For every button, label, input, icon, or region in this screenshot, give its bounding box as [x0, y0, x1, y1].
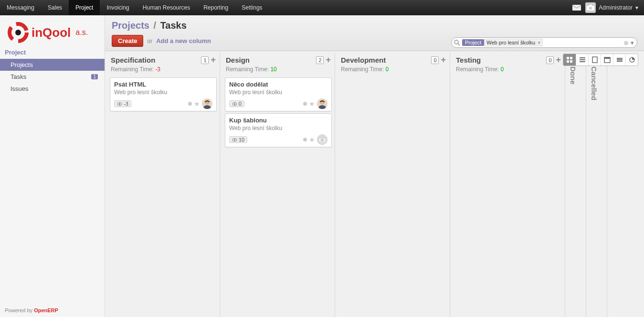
view-calendar-button[interactable] — [601, 54, 613, 66]
mail-icon[interactable] — [572, 4, 581, 11]
nav-item-messaging[interactable]: Messaging — [0, 0, 41, 15]
view-graph-button[interactable] — [625, 54, 638, 66]
card-title: Kup šablonu — [229, 117, 327, 124]
column-title: Cancelled — [590, 64, 598, 100]
main: Projects / Tasks Create or Add a new col… — [105, 15, 644, 317]
column-add-button[interactable]: + — [326, 55, 331, 65]
card-project: Web pro lesní školku — [114, 89, 212, 96]
clock-icon — [117, 101, 122, 107]
svg-rect-2 — [589, 5, 592, 6]
status-dot-icon[interactable] — [303, 102, 307, 106]
footer-brand: OpenERP — [34, 307, 58, 313]
nav-item-reporting[interactable]: Reporting — [197, 0, 235, 15]
column-subtitle: Remaining Time: 0 — [339, 66, 448, 76]
svg-point-28 — [234, 103, 235, 104]
search-options-icon[interactable]: ▾ — [631, 39, 634, 46]
svg-point-6 — [454, 40, 458, 44]
card-project: Web pro lesní školku — [229, 89, 327, 96]
time-chip[interactable]: 10 — [229, 136, 247, 143]
star-icon[interactable]: ★ — [194, 100, 200, 108]
card-title: Něco dodělat — [229, 81, 327, 88]
column-title[interactable]: Specification — [111, 56, 155, 64]
nav-item-invoicing[interactable]: Invoicing — [100, 0, 136, 15]
top-nav: MessagingSalesProjectInvoicingHuman Reso… — [0, 0, 644, 15]
column-add-button[interactable]: + — [441, 55, 446, 65]
default-avatar-icon[interactable] — [317, 134, 327, 145]
user-menu[interactable]: Administrator ▾ — [585, 2, 644, 13]
svg-rect-11 — [570, 60, 572, 63]
svg-line-7 — [458, 44, 460, 45]
kanban-column-collapsed-cancelled[interactable]: 0Cancelled — [588, 53, 607, 317]
svg-point-33 — [234, 139, 235, 140]
search-icon — [454, 39, 460, 46]
svg-rect-17 — [604, 57, 610, 59]
task-card[interactable]: Něco dodělatWeb pro lesní školku0★ — [225, 77, 332, 111]
user-avatar[interactable] — [202, 98, 212, 109]
search-clear-icon[interactable]: ⊗ — [623, 39, 629, 46]
breadcrumb-parent[interactable]: Projects — [112, 20, 149, 31]
svg-rect-10 — [567, 60, 569, 63]
svg-rect-13 — [580, 59, 585, 60]
breadcrumb-current: Tasks — [160, 20, 187, 31]
card-project: Web pro lesní školku — [229, 125, 327, 131]
view-form-button[interactable] — [588, 54, 601, 66]
breadcrumb-sep: / — [154, 20, 157, 31]
svg-rect-19 — [617, 59, 623, 60]
sidebar-item-issues[interactable]: Issues — [0, 83, 105, 95]
time-chip[interactable]: 0 — [229, 100, 244, 107]
column-title[interactable]: Testing — [456, 56, 481, 64]
kanban-column-design: Design2+Remaining Time: 10Něco dodělatWe… — [222, 53, 335, 317]
task-card[interactable]: Psát HTMLWeb pro lesní školku-3★ — [110, 77, 217, 111]
view-gantt-button[interactable] — [613, 54, 625, 66]
card-title: Psát HTML — [114, 81, 212, 88]
kanban-column-collapsed-done[interactable]: 2Done — [567, 53, 586, 317]
sidebar-section: Project — [0, 46, 105, 59]
column-count: 1 — [201, 56, 209, 64]
nav-item-project[interactable]: Project — [69, 0, 100, 15]
status-dot-icon[interactable] — [188, 102, 192, 106]
column-count: 2 — [316, 56, 324, 64]
column-title[interactable]: Design — [226, 56, 250, 64]
sidebar-item-tasks[interactable]: Tasks1 — [0, 71, 105, 83]
svg-rect-9 — [570, 57, 572, 59]
status-dot-icon[interactable] — [303, 138, 307, 142]
kanban-column-testing: Testing0+Remaining Time: 0 — [452, 53, 565, 317]
view-kanban-button[interactable] — [563, 54, 576, 66]
nav-item-sales[interactable]: Sales — [41, 0, 69, 15]
kanban-column-specification: Specification1+Remaining Time: -3Psát HT… — [107, 53, 220, 317]
nav-item-human-resources[interactable]: Human Resources — [136, 0, 197, 15]
logo[interactable]: inQool a.s. — [0, 15, 105, 46]
search-box[interactable]: Project Web pro lesní školku × ⊗ ▾ — [451, 37, 637, 48]
svg-point-5 — [15, 30, 21, 35]
add-column-link[interactable]: Add a new column — [156, 37, 211, 44]
star-icon[interactable]: ★ — [309, 100, 315, 108]
svg-rect-14 — [580, 61, 585, 62]
column-add-button[interactable]: + — [211, 55, 216, 65]
nav-item-settings[interactable]: Settings — [235, 0, 269, 15]
column-add-button[interactable]: + — [556, 55, 561, 65]
column-title[interactable]: Development — [341, 56, 386, 64]
view-list-button[interactable] — [576, 54, 588, 66]
footer: Powered by OpenERP — [0, 304, 105, 317]
svg-rect-15 — [592, 57, 597, 63]
footer-powered: Powered by — [5, 307, 32, 313]
user-name: Administrator — [599, 4, 633, 11]
logo-text: inQool — [32, 25, 71, 40]
time-chip[interactable]: -3 — [114, 100, 131, 107]
user-avatar[interactable] — [317, 98, 327, 109]
breadcrumb: Projects / Tasks — [112, 20, 637, 31]
view-switcher — [563, 54, 638, 66]
search-tag-remove[interactable]: × — [538, 40, 540, 45]
create-button[interactable]: Create — [112, 35, 143, 47]
search-tag[interactable]: Project — [462, 39, 484, 46]
task-card[interactable]: Kup šablonuWeb pro lesní školku10★ — [225, 113, 332, 147]
camera-icon — [585, 2, 596, 13]
clock-icon — [232, 137, 237, 142]
sidebar-item-projects[interactable]: Projects — [0, 59, 105, 71]
search-tag-value: Web pro lesní školku × — [484, 39, 543, 46]
star-icon[interactable]: ★ — [309, 136, 315, 143]
column-count: 0 — [546, 56, 554, 64]
column-subtitle: Remaining Time: 10 — [224, 66, 333, 76]
logo-suffix: a.s. — [75, 28, 88, 37]
column-title: Done — [569, 64, 577, 85]
